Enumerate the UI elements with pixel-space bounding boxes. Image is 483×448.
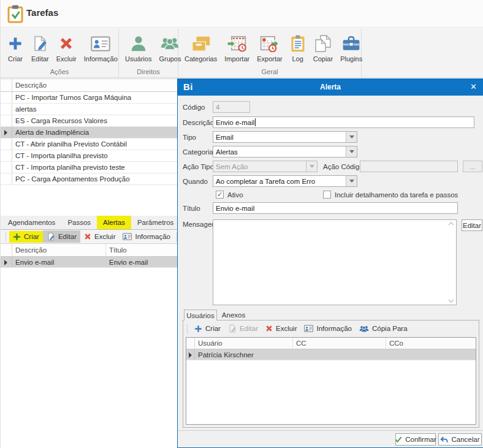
informacao-button[interactable]: Informação <box>80 32 121 64</box>
close-icon[interactable]: ✕ <box>470 82 477 91</box>
acao-tipo-select[interactable]: Sem Ação <box>213 161 318 172</box>
alert-editar-button[interactable]: Editar <box>43 230 80 243</box>
person-icon <box>130 34 147 53</box>
column-header-descricao[interactable]: Descrição <box>12 79 177 91</box>
row-selected-marker-icon <box>4 260 7 265</box>
acao-tipo-label: Ação Tipo <box>183 163 214 170</box>
copia-para-button[interactable]: Cópia Para <box>356 323 411 335</box>
copiar-button[interactable]: Copiar <box>310 32 337 64</box>
check-icon: ✓ <box>217 191 222 199</box>
alert-criar-button[interactable]: Criar <box>9 231 43 243</box>
info-card-icon <box>304 325 313 332</box>
alerts-grid: Descrição Título Envio e-mail Envio e-ma… <box>1 244 177 448</box>
tab-parametros[interactable]: Parâmetros <box>131 216 180 229</box>
delete-x-icon <box>58 34 74 53</box>
copy-pages-icon <box>314 34 331 53</box>
table-row-selected[interactable]: Envio e-mail Envio e-mail <box>1 257 177 268</box>
importar-button[interactable]: Importar <box>221 32 253 64</box>
table-row-selected[interactable]: Alerta de Inadimplência <box>1 127 177 139</box>
task-grid: Descrição PC - Importar Turnos Carga Máq… <box>1 78 177 216</box>
page-title: Tarefas <box>26 7 58 18</box>
edit-document-icon <box>228 324 237 333</box>
archive-boxes-icon <box>192 34 210 53</box>
quando-select[interactable]: Ao completar a Tarefa com Erro <box>213 175 357 187</box>
cancelar-button[interactable]: Cancelar <box>438 433 482 446</box>
indicator-column-header <box>1 79 12 91</box>
editar-button[interactable]: Editar <box>28 32 53 64</box>
exportar-button[interactable]: Exportar <box>253 32 286 64</box>
chevron-down-icon <box>306 161 317 172</box>
user-editar-button[interactable]: Editar <box>224 322 262 335</box>
window-titlebar: Tarefas <box>1 0 483 28</box>
people-group-icon <box>359 325 369 333</box>
table-row[interactable]: CT - Importa planilha previsto <box>1 150 177 162</box>
ribbon: Criar Editar Excluir <box>1 28 483 78</box>
check-icon <box>395 436 402 442</box>
mensagem-editar-button[interactable]: Editar <box>462 219 482 231</box>
alert-excluir-button[interactable]: Excluir <box>80 231 120 242</box>
info-card-icon <box>91 34 110 53</box>
ativo-checkbox[interactable]: ✓ <box>216 191 224 199</box>
column-header-descricao[interactable]: Descrição <box>12 244 106 256</box>
acao-codigo-browse-button[interactable]: ... <box>463 161 482 172</box>
descricao-field[interactable]: Envio e-mail <box>213 116 474 128</box>
table-row[interactable]: CT - Importa planilha previsto teste <box>1 162 177 173</box>
column-header-titulo[interactable]: Título <box>106 244 177 256</box>
plus-icon <box>194 325 202 333</box>
user-criar-button[interactable]: Criar <box>191 323 224 335</box>
table-row[interactable]: ES - Carga Recursos Valores <box>1 115 177 127</box>
user-informacao-button[interactable]: Informação <box>300 323 356 334</box>
table-row[interactable]: PC - Carga Apontamentos Produção <box>1 173 177 185</box>
tipo-select[interactable]: Email <box>213 131 357 143</box>
table-row-selected[interactable]: Patrícia Kirschner <box>186 349 476 360</box>
codigo-field[interactable]: 4 <box>213 101 250 113</box>
tab-passos[interactable]: Passos <box>61 216 97 229</box>
tab-alertas[interactable]: Alertas <box>97 216 131 229</box>
mensagem-textarea[interactable] <box>213 219 457 305</box>
table-row[interactable]: PC - Importar Turnos Carga Máquina <box>1 92 177 104</box>
tab-anexos[interactable]: Anexos <box>217 309 250 321</box>
acao-codigo-field[interactable] <box>360 161 458 172</box>
categoria-select[interactable]: Alertas <box>213 146 357 158</box>
table-row[interactable]: alertas <box>1 104 177 115</box>
plus-icon <box>13 233 21 241</box>
alert-informacao-button[interactable]: Informação <box>119 231 174 242</box>
toolbar-grip <box>187 324 188 333</box>
confirmar-button[interactable]: Confirmar <box>395 433 436 446</box>
ribbon-group-direitos: Usuários Grupos Direitos <box>119 28 178 77</box>
ribbon-group-acoes: Criar Editar Excluir <box>1 28 119 77</box>
tab-usuarios[interactable]: Usuários <box>184 309 217 321</box>
user-excluir-button[interactable]: Excluir <box>262 323 301 334</box>
chevron-down-icon[interactable] <box>346 146 357 157</box>
scroll-up-icon[interactable] <box>447 222 455 226</box>
delete-x-icon <box>265 325 273 332</box>
titulo-field[interactable]: Envio e-mail <box>213 202 458 214</box>
table-row[interactable]: CT - Abrir planilha Previsto Contábil <box>1 139 177 150</box>
excluir-button[interactable]: Excluir <box>53 32 80 64</box>
chevron-down-icon[interactable] <box>346 132 357 142</box>
edit-document-icon <box>47 232 55 241</box>
usuarios-panel: Criar Editar Excluir <box>183 320 479 428</box>
scroll-down-icon[interactable] <box>447 299 455 303</box>
plus-icon <box>7 34 24 53</box>
column-header-usuario[interactable]: Usuário <box>195 338 293 349</box>
toolbar-grip <box>6 232 6 241</box>
delete-x-icon <box>84 233 91 240</box>
tab-agendamentos[interactable]: Agendamentos <box>2 216 61 229</box>
column-header-cco[interactable]: CCo <box>386 338 476 349</box>
usuarios-button[interactable]: Usuários <box>121 32 155 64</box>
task-grid-header: Descrição <box>1 79 177 92</box>
incluir-detalhamento-checkbox[interactable] <box>323 191 331 199</box>
group-label-geral: Geral <box>178 67 361 77</box>
alerts-grid-header: Descrição Título <box>1 244 177 257</box>
categorias-button[interactable]: Categorias <box>181 32 221 64</box>
indicator-column-header <box>186 338 195 349</box>
chevron-down-icon[interactable] <box>346 176 357 186</box>
people-group-icon <box>161 34 179 53</box>
dialog-titlebar[interactable]: Bi Alerta ✕ <box>178 79 483 96</box>
criar-button[interactable]: Criar <box>3 32 28 64</box>
log-button[interactable]: Log <box>286 32 310 64</box>
users-grid-header: Usuário CC CCo <box>186 338 476 349</box>
column-header-cc[interactable]: CC <box>293 338 386 349</box>
briefcase-icon <box>342 34 360 53</box>
